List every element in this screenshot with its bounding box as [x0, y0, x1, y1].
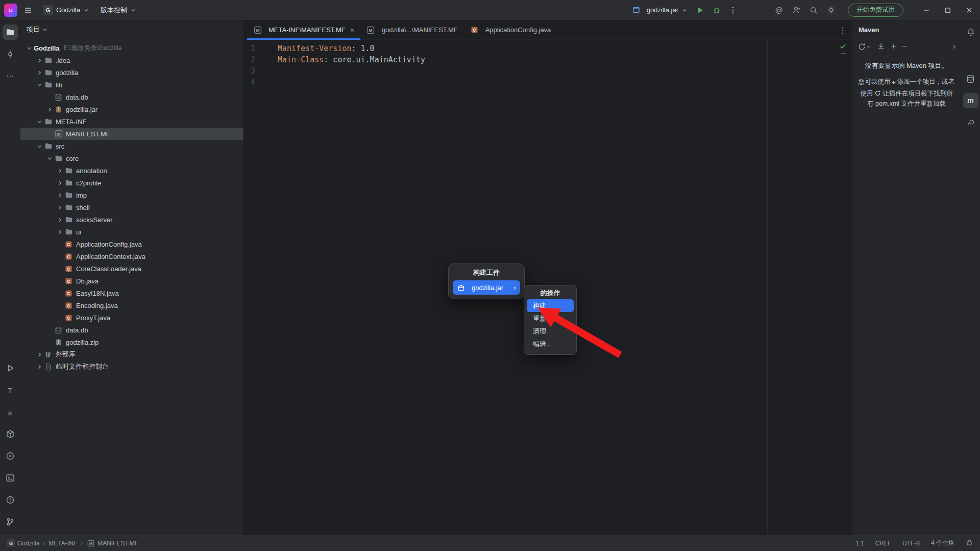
tree-item[interactable]: socksServer — [20, 213, 243, 226]
free-trial-button[interactable]: 开始免费试用 — [848, 4, 903, 17]
mentions-icon[interactable]: @ — [772, 4, 786, 17]
inspections-ok-icon[interactable] — [839, 42, 847, 53]
tree-item[interactable]: imp — [20, 189, 243, 201]
menu-item[interactable]: 构建 — [527, 299, 574, 312]
tree-item[interactable]: CCoreClassLoader.java — [20, 262, 243, 275]
terminal-tool-icon[interactable] — [3, 470, 18, 486]
breadcrumb-file[interactable]: M MANIFEST.MF — [86, 539, 138, 547]
chevron-icon[interactable] — [55, 179, 64, 187]
chevron-icon[interactable] — [55, 215, 64, 224]
chevron-icon[interactable] — [45, 105, 54, 113]
chevron-icon[interactable] — [55, 166, 64, 175]
indent-widget[interactable]: 4 个空格 — [931, 539, 954, 547]
gradle-tool-icon[interactable] — [963, 115, 978, 130]
version-control-tool-icon[interactable] — [3, 514, 18, 530]
tree-item[interactable]: CProxyT.java — [20, 312, 243, 324]
services-tool-icon[interactable] — [3, 448, 18, 464]
run-button[interactable] — [693, 3, 708, 18]
tree-item[interactable]: godzilla.zip — [20, 336, 243, 348]
tree-item[interactable]: c2profile — [20, 177, 243, 189]
tree-item[interactable]: CEncoding.java — [20, 299, 243, 312]
project-selector[interactable]: G Godzilla — [39, 3, 93, 18]
dependencies-tool-icon[interactable] — [3, 426, 18, 442]
tree-item[interactable]: core — [20, 152, 243, 164]
tree-item[interactable]: godzilla — [20, 66, 243, 79]
todo-tool-icon[interactable]: T — [3, 382, 18, 398]
chevron-icon[interactable] — [24, 44, 34, 52]
caret-position-widget[interactable]: 1:1 — [855, 540, 864, 547]
minimize-button[interactable] — [916, 0, 937, 20]
hidden-tools-icon[interactable]: » — [3, 404, 18, 420]
close-tab-icon[interactable]: × — [350, 26, 354, 34]
add-user-icon[interactable] — [790, 4, 803, 17]
maximize-button[interactable] — [937, 0, 959, 20]
chevron-icon[interactable] — [35, 363, 44, 371]
chevron-icon[interactable] — [55, 203, 64, 211]
artifact-item-godzilla-jar[interactable]: godzilla.jar › — [453, 280, 520, 295]
tree-item[interactable]: godzilla.jar — [20, 103, 243, 115]
editor-tab[interactable]: Mgodzilla\...\MANIFEST.MF — [360, 20, 464, 39]
readonly-lock-icon[interactable] — [966, 539, 973, 547]
tree-item[interactable]: CEasyI18N.java — [20, 287, 243, 299]
main-menu-icon[interactable] — [20, 3, 36, 18]
chevron-icon[interactable] — [35, 68, 44, 77]
run-config-selector[interactable]: godzilla.jar — [628, 3, 692, 18]
tree-item[interactable]: META-INF — [20, 115, 243, 128]
tree-item[interactable]: ui — [20, 226, 243, 238]
more-tool-windows-icon[interactable]: ⋯ — [3, 68, 18, 84]
tree-item[interactable]: data.db — [20, 324, 243, 336]
tree-item[interactable]: GodzillaE:\魔改免杀\Godzilla — [20, 42, 243, 54]
problems-tool-icon[interactable] — [3, 492, 18, 508]
project-panel-header[interactable]: 项目 — [20, 20, 243, 39]
chevron-icon[interactable] — [55, 228, 64, 236]
tree-item[interactable]: CDb.java — [20, 275, 243, 287]
tree-item[interactable]: annotation — [20, 164, 243, 177]
chevron-icon[interactable] — [55, 191, 64, 199]
expand-panel-icon[interactable]: › — [953, 42, 955, 51]
line-separator-widget[interactable]: CRLF — [875, 540, 891, 547]
chevron-icon[interactable] — [35, 56, 44, 64]
tree-item[interactable]: 临时文件和控制台 — [20, 361, 243, 373]
tree-item[interactable]: .idea — [20, 54, 243, 66]
project-tool-icon[interactable] — [3, 25, 18, 40]
vcs-selector[interactable]: 版本控制 — [96, 3, 140, 18]
chevron-icon[interactable] — [45, 154, 54, 162]
menu-item[interactable]: 清理 — [527, 325, 574, 338]
tree-item[interactable]: src — [20, 140, 243, 152]
refresh-icon[interactable] — [857, 42, 871, 51]
editor-tab[interactable]: MMETA-INF\MANIFEST.MF× — [247, 20, 360, 39]
add-maven-project-icon[interactable]: + — [891, 42, 896, 51]
breadcrumb-folder[interactable]: META-INF — [48, 540, 77, 547]
tree-item[interactable]: lib — [20, 79, 243, 91]
close-button[interactable] — [959, 0, 980, 20]
notifications-bell-icon[interactable] — [963, 25, 978, 40]
chevron-icon[interactable] — [35, 142, 44, 150]
tree-item[interactable]: CApplicationContext.java — [20, 250, 243, 262]
maven-tool-icon[interactable]: m — [963, 93, 978, 108]
debug-button[interactable] — [709, 3, 724, 18]
tree-item-label: data.db — [66, 93, 88, 101]
download-sources-icon[interactable] — [877, 42, 885, 51]
editor-options-icon[interactable]: ⋮ — [839, 20, 847, 40]
chevron-icon[interactable] — [35, 117, 44, 126]
chevron-icon[interactable] — [35, 350, 44, 358]
menu-item[interactable]: 重新构建 — [527, 312, 574, 325]
menu-item[interactable]: 编辑... — [527, 338, 574, 350]
remove-maven-project-icon[interactable]: − — [902, 42, 906, 51]
search-icon[interactable] — [807, 4, 820, 17]
editor-tabs: MMETA-INF\MANIFEST.MF×Mgodzilla\...\MANI… — [244, 20, 852, 40]
editor-tab[interactable]: CApplicationConfig.java — [464, 20, 557, 39]
tree-item[interactable]: 外部库 — [20, 348, 243, 361]
tree-item[interactable]: CApplicationConfig.java — [20, 238, 243, 250]
more-run-actions-icon[interactable]: ⋮ — [725, 3, 741, 18]
run-tool-icon[interactable] — [3, 361, 18, 376]
breadcrumb-project[interactable]: G Godzilla — [7, 539, 39, 547]
tree-item[interactable]: shell — [20, 201, 243, 213]
settings-gear-icon[interactable] — [824, 4, 838, 17]
tree-item[interactable]: data.db — [20, 91, 243, 103]
tree-item[interactable]: MMANIFEST.MF — [20, 128, 243, 140]
commit-tool-icon[interactable] — [3, 46, 18, 62]
encoding-widget[interactable]: UTF-8 — [902, 540, 920, 547]
chevron-icon[interactable] — [35, 81, 44, 89]
database-tool-icon[interactable] — [963, 71, 978, 86]
